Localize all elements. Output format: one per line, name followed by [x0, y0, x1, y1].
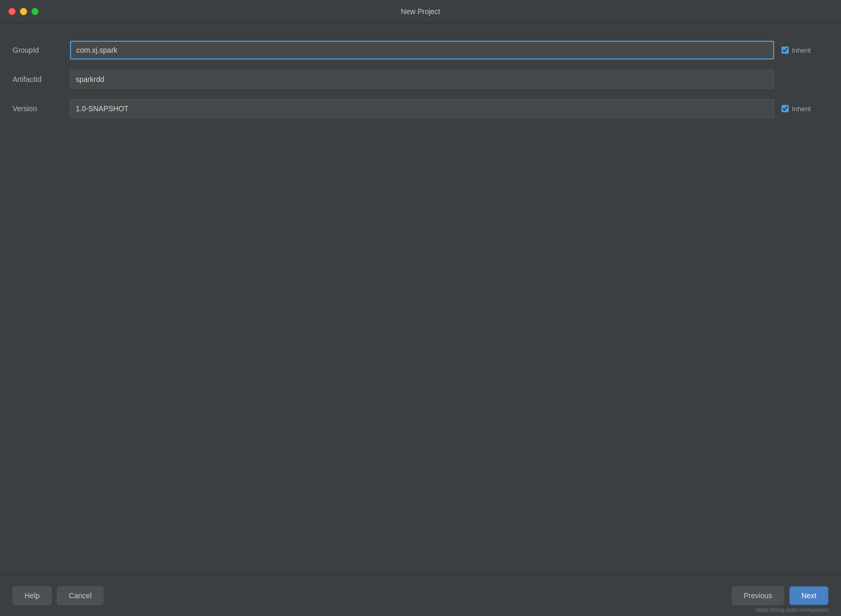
version-inherit-wrapper: Inherit [781, 105, 828, 113]
version-label: Version [13, 104, 70, 113]
bottom-right-buttons: Previous Next [732, 586, 828, 605]
version-inherit-checkbox[interactable] [781, 105, 789, 112]
next-button[interactable]: Next [789, 586, 828, 605]
group-id-inherit-label: Inherit [792, 46, 811, 54]
group-id-label: GroupId [13, 46, 70, 54]
version-input[interactable] [70, 99, 774, 118]
maximize-button[interactable] [31, 8, 39, 15]
main-content: GroupId Inherit ArtifactId Version Inher… [0, 23, 841, 574]
bottom-bar: Help Cancel Previous Next https://blog.c… [0, 574, 841, 616]
artifact-id-input[interactable] [70, 70, 774, 89]
watermark: https://blog.csdn.net/wpaycn [756, 607, 828, 613]
version-inherit-label: Inherit [792, 105, 811, 113]
group-id-inherit-wrapper: Inherit [781, 46, 828, 54]
content-spacer [13, 123, 828, 574]
cancel-button[interactable]: Cancel [57, 586, 104, 605]
group-id-inherit-checkbox[interactable] [781, 46, 789, 54]
version-row: Version Inherit [13, 94, 828, 123]
previous-button[interactable]: Previous [732, 586, 784, 605]
close-button[interactable] [8, 8, 16, 15]
help-button[interactable]: Help [13, 586, 52, 605]
artifact-id-label: ArtifactId [13, 75, 70, 84]
group-id-input[interactable] [70, 41, 774, 60]
bottom-left-buttons: Help Cancel [13, 586, 103, 605]
artifact-id-row: ArtifactId [13, 65, 828, 94]
group-id-row: GroupId Inherit [13, 35, 828, 65]
form-area: GroupId Inherit ArtifactId Version Inher… [13, 35, 828, 123]
window-title: New Project [401, 7, 440, 16]
minimize-button[interactable] [20, 8, 27, 15]
traffic-lights [8, 8, 39, 15]
title-bar: New Project [0, 0, 841, 23]
